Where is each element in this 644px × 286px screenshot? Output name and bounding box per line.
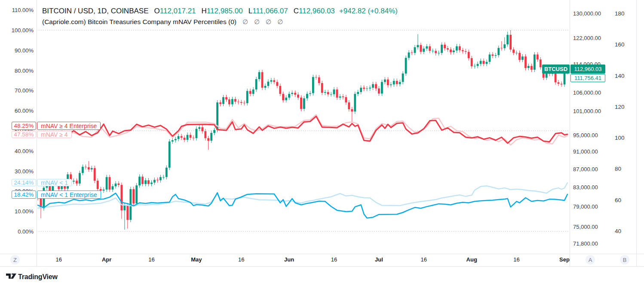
mnav-lt1-enterprise-value: 18.42% xyxy=(14,191,34,198)
price-tick: 106,000.00 xyxy=(573,89,601,96)
secondary-tick: 100 xyxy=(615,135,625,141)
mnav-lt1-enterprise-label-box[interactable]: mNAV < 1 Enterprise xyxy=(37,191,101,199)
ohlc-values: O112,017.21H112,985.00L111,066.07C112,96… xyxy=(149,7,335,15)
time-tick: 16 xyxy=(49,256,68,263)
tradingview-wordmark[interactable]: TradingView xyxy=(18,273,58,281)
secondary-tick: 180 xyxy=(615,10,625,17)
mnav-lt1-label-box[interactable]: mNAV < 1 xyxy=(37,179,72,186)
secondary-tick: 160 xyxy=(615,41,625,48)
time-tick: Jun xyxy=(280,256,299,263)
percent-tick: 70.00% xyxy=(0,87,34,94)
secondary-tick: 40 xyxy=(615,228,621,234)
empty-set-icon: ∅ xyxy=(254,18,260,25)
time-tick: Jul xyxy=(369,256,388,263)
far-right-border xyxy=(636,0,637,266)
mnav-lt1-enterprise-value-box: 18.42% xyxy=(12,191,36,199)
percent-tick: 80.00% xyxy=(0,68,34,74)
mnav-ge4-label: mNAV ≥ 4 xyxy=(41,131,68,138)
time-tick: Aug xyxy=(462,256,481,263)
time-tick: 16 xyxy=(414,256,433,263)
secondary-tick: 60 xyxy=(615,197,621,203)
empty-set-icon: ∅ xyxy=(242,18,248,25)
a-button[interactable]: A xyxy=(586,255,595,264)
symbol-price-tag: BTCUSD xyxy=(542,65,570,74)
ohlc-value: 112,960.03 xyxy=(299,7,335,15)
time-tick: 16 xyxy=(325,256,343,263)
secondary-tick: 80 xyxy=(615,166,621,172)
price-tick: 71,800.00 xyxy=(573,240,598,247)
mnav-ge4-enterprise-label: mNAV ≥ 4 Enterprise xyxy=(41,123,97,129)
mnav-lt1-value: 24.14% xyxy=(14,179,34,186)
tradingview-chart-window: BITCOIN / USD, 1D, COINBASEO112,017.21H1… xyxy=(0,0,644,286)
ohlc-prefix: H xyxy=(202,7,207,15)
symbol-title[interactable]: BITCOIN / USD, 1D, COINBASE xyxy=(42,7,149,15)
replay-z-button[interactable]: Z xyxy=(10,255,20,264)
ohlc-prefix: L xyxy=(248,7,252,15)
symbol-header: BITCOIN / USD, 1D, COINBASEO112,017.21H1… xyxy=(42,7,398,15)
replay-z-label: Z xyxy=(13,257,17,263)
percent-tick: 30.00% xyxy=(0,168,34,175)
ohlc-value: 111,066.07 xyxy=(252,7,288,15)
tradingview-logo-icon[interactable] xyxy=(6,273,17,280)
time-tick: 16 xyxy=(142,256,161,263)
price-tick: 122,000.00 xyxy=(573,35,601,41)
b-button[interactable]: B xyxy=(620,255,629,264)
price-tick: 83,000.00 xyxy=(573,184,598,191)
secondary-price-value: 111,756.41 xyxy=(574,75,601,81)
mnav-ge4-enterprise-label-box[interactable]: mNAV ≥ 4 Enterprise xyxy=(37,122,101,130)
time-axis-bottom-border xyxy=(0,266,644,267)
percent-tick: 40.00% xyxy=(0,148,34,154)
secondary-tick: 120 xyxy=(615,104,625,110)
percent-tick: 90.00% xyxy=(0,47,34,54)
ohlc-prefix: O xyxy=(154,7,160,15)
price-tick: 91,000.00 xyxy=(573,148,598,155)
percent-tick: 110.00% xyxy=(0,7,34,13)
price-tick: 101,000.00 xyxy=(573,108,601,114)
price-change: +942.82 (+0.84%) xyxy=(339,7,398,15)
secondary-price-tag: 111,756.41 xyxy=(570,74,605,82)
mnav-lt1-label: mNAV < 1 xyxy=(41,179,68,186)
indicator-line xyxy=(38,115,567,145)
time-axis-top-border xyxy=(0,254,644,254)
price-tick: 75,000.00 xyxy=(573,224,598,230)
time-tick: Apr xyxy=(97,256,116,263)
mnav-lt1-enterprise-label: mNAV < 1 Enterprise xyxy=(41,191,97,198)
time-tick: 16 xyxy=(507,256,526,263)
right-axis-border xyxy=(570,0,570,266)
empty-set-icon: ∅ xyxy=(266,18,271,25)
b-label: B xyxy=(623,257,627,263)
time-tick: Sep xyxy=(555,256,574,263)
ohlc-value: 112,985.00 xyxy=(207,7,243,15)
price-tick: 95,000.00 xyxy=(573,132,598,138)
symbol-tag-text: BTCUSD xyxy=(544,66,567,72)
percent-tick: 0.00% xyxy=(0,228,34,235)
time-tick: May xyxy=(187,256,206,263)
price-tick: 87,000.00 xyxy=(573,166,598,172)
mnav-ge4-enterprise-value: 48.25% xyxy=(14,123,34,129)
mnav-ge4-value: 47.58% xyxy=(14,131,34,138)
percent-tick: 10.00% xyxy=(0,208,34,215)
percent-tick: 60.00% xyxy=(0,108,34,114)
indicator-line xyxy=(38,116,567,143)
ohlc-value: 112,017.21 xyxy=(160,7,196,15)
indicator-empty-values: ∅∅∅∅ xyxy=(236,18,283,25)
mnav-ge4-label-box[interactable]: mNAV ≥ 4 xyxy=(37,131,72,138)
mnav-lt1-value-box: 24.14% xyxy=(12,179,36,186)
last-price-value: 112,960.03 xyxy=(574,66,601,72)
empty-set-icon: ∅ xyxy=(277,18,283,25)
indicator-title[interactable]: (Capriole.com) Bitcoin Treasuries Compan… xyxy=(42,18,236,25)
a-label: A xyxy=(589,257,592,263)
ohlc-prefix: C xyxy=(294,7,299,15)
price-tick: 79,000.00 xyxy=(573,203,598,210)
price-tick: 130,000.00 xyxy=(573,10,601,17)
indicator-line xyxy=(38,193,567,218)
mnav-ge4-value-box: 47.58% xyxy=(12,131,36,138)
time-tick: 16 xyxy=(232,256,251,263)
indicator-header: (Capriole.com) Bitcoin Treasuries Compan… xyxy=(42,18,283,26)
secondary-tick: 140 xyxy=(615,73,625,79)
percent-tick: 100.00% xyxy=(0,27,34,34)
mnav-ge4-enterprise-value-box: 48.25% xyxy=(12,122,36,130)
last-price-tag: 112,960.03 xyxy=(570,65,605,74)
